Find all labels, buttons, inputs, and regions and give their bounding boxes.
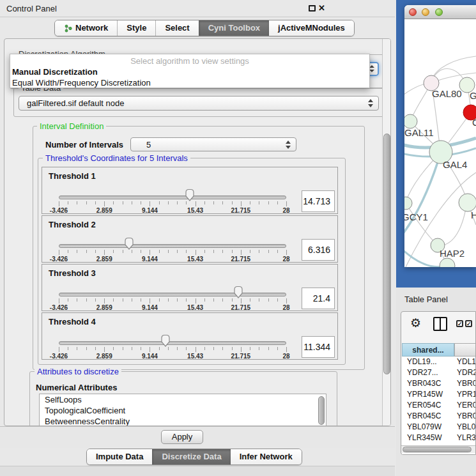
tick-mark <box>232 298 233 302</box>
number-of-intervals-label: Number of Intervals <box>45 140 123 150</box>
tick-mark <box>141 347 141 350</box>
zoom-traffic-light[interactable] <box>435 8 443 16</box>
shared-name-cell: YBR045C <box>402 411 454 422</box>
tick-mark <box>250 250 250 253</box>
tab-style[interactable]: Style <box>117 20 155 36</box>
horizontal-scrollbar-thumb[interactable] <box>403 447 472 452</box>
slider-track[interactable] <box>59 341 286 345</box>
table-panel-title: Table Panel <box>404 295 448 304</box>
slider-track[interactable] <box>59 244 286 248</box>
network-window-titlebar[interactable] <box>404 5 476 19</box>
gear-icon[interactable]: ⚙ <box>410 316 421 330</box>
number-of-intervals-spinner[interactable]: 5 <box>130 137 296 151</box>
attributes-listbox[interactable]: SelfLoopsTopologicalCoefficientBetweenne… <box>39 394 326 426</box>
tick-mark <box>232 347 233 350</box>
float-window-icon[interactable] <box>309 5 316 12</box>
table-row[interactable]: YBL079WYBL0 <box>402 422 476 433</box>
slider-thumb[interactable] <box>160 334 171 347</box>
table-data-combobox[interactable]: galFiltered.sif default node <box>19 96 379 111</box>
table-row[interactable]: YBR045CYBR0 <box>402 411 476 422</box>
shared-name-cell: YDR27... <box>402 367 454 378</box>
table-row[interactable]: YER054CYER0 <box>402 400 476 411</box>
apply-button[interactable]: Apply <box>161 430 203 444</box>
tick-mark <box>77 250 77 253</box>
shared-name-cell: YLR345W <box>402 433 454 443</box>
attribute-list-item[interactable]: SelfLoops <box>40 394 326 405</box>
slider-thumb[interactable] <box>124 237 134 250</box>
attribute-list-item[interactable]: BetweennessCentrality <box>40 416 326 426</box>
tick-mark <box>177 347 178 350</box>
tick-mark <box>213 201 214 204</box>
close-traffic-light[interactable] <box>409 8 417 16</box>
threshold-value-field[interactable]: 11.344 <box>302 336 335 358</box>
network-node[interactable] <box>459 194 476 211</box>
tab-infer-network[interactable]: Infer Network <box>231 449 302 464</box>
slider-track[interactable] <box>59 293 286 296</box>
network-canvas[interactable]: GAL80GACGAL11GAL4GCY1HHAP2 <box>404 19 476 267</box>
numerical-attributes-label: Numerical Attributes <box>36 383 117 392</box>
tick-mark <box>250 347 250 350</box>
tick-label: 9.144 <box>142 353 158 360</box>
tab-jactivemnodules[interactable]: jActiveMNodules <box>269 20 354 36</box>
tab-label: Impute Data <box>96 449 143 464</box>
threshold-value-field[interactable]: 14.713 <box>302 190 335 212</box>
tick-mark <box>259 201 259 204</box>
threshold-value-field[interactable]: 21.4 <box>302 288 335 309</box>
tick-mark <box>59 201 59 206</box>
network-edge[interactable] <box>404 152 441 235</box>
network-node[interactable] <box>404 197 412 210</box>
horizontal-scrollbar[interactable] <box>401 445 475 453</box>
column-header-shared-name[interactable]: shared... <box>402 343 454 357</box>
screen: Control Panel ✕ Network Style Sel <box>0 0 476 476</box>
tick-mark <box>196 201 196 206</box>
tick-mark <box>204 347 205 350</box>
table-browser: ⚙ ✓ ✓ shared... na YDL19...YDL1YDR27...Y… <box>401 311 476 455</box>
tick-mark <box>132 347 132 350</box>
tick-mark <box>196 347 196 352</box>
checkbox-checked[interactable]: ✓ <box>456 320 463 327</box>
minimize-traffic-light[interactable] <box>422 8 429 16</box>
algorithm-option[interactable]: Manual Discretization <box>10 66 369 77</box>
shared-name-cell: YDL19... <box>402 357 454 367</box>
table-row[interactable]: YPR145WYPR1 <box>402 389 476 400</box>
tab-cyni-toolbox[interactable]: Cyni Toolbox <box>199 20 269 36</box>
tick-mark <box>204 298 205 302</box>
slider-thumb[interactable] <box>185 188 195 201</box>
tick-mark <box>150 347 150 352</box>
tick-mark <box>277 347 278 350</box>
checkbox-checked[interactable]: ✓ <box>465 320 472 327</box>
columns-icon[interactable] <box>433 317 447 331</box>
close-icon[interactable]: ✕ <box>318 3 325 13</box>
tick-mark <box>59 298 59 303</box>
column-header-name[interactable]: na <box>454 343 476 357</box>
tab-impute-data[interactable]: Impute Data <box>87 449 152 464</box>
tick-mark <box>286 347 287 352</box>
tab-select[interactable]: Select <box>155 20 198 36</box>
network-edge[interactable] <box>433 56 476 78</box>
network-node[interactable] <box>404 114 417 128</box>
network-node[interactable] <box>440 258 455 267</box>
algorithm-option[interactable]: Equal Width/Frequency Discretization <box>10 77 369 88</box>
panel-scrollbar-thumb[interactable] <box>383 134 390 374</box>
table-row[interactable]: YLR345WYLR3 <box>402 433 476 443</box>
slider-track[interactable] <box>59 196 286 199</box>
tick-label: 2.859 <box>96 256 112 263</box>
threshold-value-field[interactable]: 6.316 <box>302 239 335 261</box>
tick-mark <box>159 298 160 302</box>
tick-mark <box>104 250 105 255</box>
table-row[interactable]: YDR27...YDR2 <box>402 367 476 378</box>
panel-scrollbar[interactable] <box>382 39 391 426</box>
tab-network[interactable]: Network <box>55 20 117 36</box>
table-row[interactable]: YDL19...YDL1 <box>402 357 476 367</box>
tick-mark <box>113 298 114 302</box>
list-scrollbar-thumb[interactable] <box>318 396 325 425</box>
tick-mark <box>250 298 250 302</box>
node-label: H <box>471 210 476 220</box>
table-row[interactable]: YBR043CYBR0 <box>402 378 476 389</box>
top-tabbar: Network Style Select Cyni Toolbox jActiv… <box>54 20 355 36</box>
attribute-list-item[interactable]: TopologicalCoefficient <box>40 405 326 416</box>
tab-discretize-data[interactable]: Discretize Data <box>152 449 230 464</box>
shared-name-cell: YBL079W <box>402 422 454 433</box>
tick-mark <box>132 250 132 253</box>
slider-thumb[interactable] <box>233 286 243 298</box>
